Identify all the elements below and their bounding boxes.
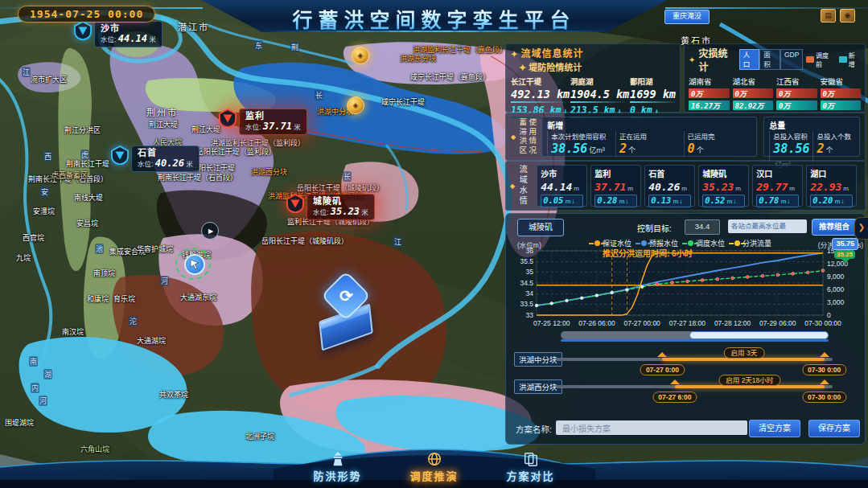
svg-text:07-27 00:00: 07-27 00:00 — [623, 319, 660, 327]
province-column: 安徽省 0万 0万 — [821, 76, 862, 113]
tab-plan-comparison[interactable]: 方案对比 — [496, 451, 566, 483]
station-card[interactable]: 沙市 44.14m 0.05 m↓ — [537, 165, 587, 207]
timeline-track[interactable]: 启用 2天18小时 07-27 6:00 07-30 0:00 — [556, 385, 833, 388]
storage-total-group: 总量 总投入容积 38.56亿m³ 总投入个数 2个 — [763, 117, 860, 157]
timeline-track[interactable]: 启用 3天 07-27 0:00 07-30 0:00 — [556, 358, 833, 361]
storage-new-group: 新增 本次计划使用容积 38.56亿m³ 正在运用 2个 已运用完 0个 — [541, 117, 757, 157]
timeline-label: 洪湖中分块 — [514, 352, 562, 367]
compare-icon — [522, 451, 540, 467]
tab-flood-situation[interactable]: 防洪形势 — [303, 451, 372, 483]
station-card[interactable]: 湖口 22.93m 0.20 m↓ — [806, 165, 857, 207]
basin-panel-title: ✦流域信息统计 — [511, 46, 675, 59]
station-card[interactable]: 石首 40.26m 0.13 m↓ — [644, 165, 695, 207]
river-char-label: 江 — [393, 236, 402, 247]
tab-dispatch-simulation[interactable]: 调度推演 — [400, 451, 469, 483]
duration-badge: 启用 3天 — [724, 347, 765, 359]
sluice-icon[interactable]: ◈ — [352, 47, 369, 64]
plan-name-label: 方案名称: — [516, 423, 552, 435]
added-bar: 16.27万 — [689, 100, 730, 110]
damage-tab[interactable]: GDP — [780, 49, 803, 70]
scrollbar-thumb[interactable] — [689, 331, 829, 339]
chongqing-flood-button[interactable]: 重庆淹没 — [664, 10, 710, 24]
map-label: 荆江分洪区 — [64, 125, 101, 135]
station-marker[interactable]: 石首 水位: 40.26 米 — [111, 146, 200, 172]
layers-icon[interactable]: ▤ — [821, 9, 836, 23]
station-marker[interactable]: 监利 水位: 37.71 米 — [219, 109, 307, 135]
mode-select[interactable]: 各站点最高水位最 — [728, 219, 807, 233]
water-level-icon — [286, 194, 304, 213]
start-time-badge: 07-27 6:00 — [652, 392, 697, 403]
svg-text:07-25 12:00: 07-25 12:00 — [533, 319, 570, 327]
timeline-start-handle[interactable] — [657, 352, 667, 357]
star-icon: ✦ — [689, 55, 695, 64]
before-bar: 0万 — [689, 88, 730, 98]
river-char-label: 湖 — [43, 369, 52, 379]
damage-tab[interactable]: 面积 — [759, 49, 780, 70]
plan-name-input[interactable] — [556, 420, 747, 435]
added-bar: 0万 — [821, 100, 862, 110]
timeline-label: 洪湖西分块 — [514, 379, 562, 394]
river-char-label: 东 — [254, 40, 263, 51]
svg-text:07-27 18:00: 07-27 18:00 — [669, 319, 706, 327]
damage-tab[interactable]: 人口 — [739, 49, 760, 70]
star-icon: ✦ — [511, 50, 518, 59]
map-label: 九垸 — [16, 252, 31, 263]
added-bar: 0万 — [776, 100, 817, 110]
cursor-icon — [175, 248, 211, 280]
map-label: 大通湖东垸 — [180, 292, 216, 302]
left-axis-caption: (水位m) — [517, 240, 541, 249]
clear-plan-button[interactable]: 清空方案 — [749, 420, 800, 437]
map-label: 洪湖西分块 — [251, 166, 287, 177]
damage-stats-panel: ✦ 灾损统计 人口面积GDP 调度前 新增 湖南省 0万 16.27万 湖北省 … — [684, 43, 866, 113]
start-time-badge: 07-27 0:00 — [640, 364, 685, 375]
before-bar: 0万 — [776, 88, 817, 98]
recommend-button[interactable]: 推荐组合 — [812, 219, 857, 236]
chart-scrollbar[interactable] — [561, 331, 829, 339]
sluice-icon[interactable]: ◈ — [347, 96, 364, 114]
diamond-icon: ◆ — [510, 182, 515, 190]
before-bar: 0万 — [733, 88, 774, 98]
storage-timeline-row: 洪湖中分块 启用 3天 07-27 0:00 07-30 0:00 — [506, 347, 865, 375]
river-char-label: 河 — [39, 396, 47, 406]
river-char-label: 江 — [22, 67, 31, 77]
timeline-start-handle[interactable] — [670, 379, 680, 384]
play-icon[interactable]: ▶ — [201, 222, 219, 240]
map-label: 南汉垸 — [62, 326, 84, 337]
map-label: 西官垸 — [23, 232, 44, 243]
svg-text:0: 0 — [827, 311, 831, 319]
station-card[interactable]: 城陵矶 35.23m 0.52 m↓ — [698, 165, 749, 207]
river-char-label: 河 — [160, 276, 169, 286]
svg-text:9,000: 9,000 — [827, 273, 845, 281]
save-plan-button[interactable]: 保存方案 — [808, 420, 860, 437]
end-time-badge: 07-30 0:00 — [802, 392, 846, 403]
river-char-label: 内 — [31, 383, 39, 393]
down-arrow-icon: ↓ — [733, 198, 736, 205]
svg-text:34.5: 34.5 — [520, 279, 533, 287]
target-label: 控制目标: — [637, 222, 672, 234]
map-label: 北洲子垸 — [245, 431, 274, 441]
station-select[interactable]: 城陵矶 — [517, 219, 564, 236]
station-card[interactable]: 监利 37.71m 0.28 m↓ — [590, 165, 641, 207]
water-level-icon — [111, 146, 129, 165]
province-column: 湖南省 0万 16.27万 — [689, 76, 730, 113]
target-input[interactable]: 34.4 — [685, 219, 720, 235]
damage-title: 灾损统计 — [698, 46, 735, 73]
dispatch-control-panel: 城陵矶 控制目标: 34.4 各站点最高水位最 推荐组合 保证水位 预报水位 调… — [505, 213, 866, 445]
water-level-chart[interactable]: 推迟分洪运用时间: 6小时 (水位m) (分洪流量m³/s) 35.75 35.… — [508, 244, 865, 338]
station-marker[interactable]: 城陵矶 水位: 35.23 米 — [286, 194, 375, 220]
alert-icon[interactable]: ◉ — [840, 9, 855, 23]
panel-collapse-button[interactable]: ❯ — [854, 217, 868, 240]
timeline-end-handle[interactable] — [820, 379, 829, 384]
city-label: 荆州市 — [146, 105, 178, 118]
station-card[interactable]: 汉口 29.77m 0.78 m↓ — [752, 165, 803, 207]
legend-swatch — [806, 56, 814, 63]
timeline-end-handle[interactable] — [820, 352, 829, 357]
map-label: 洪湖东分块 — [400, 53, 436, 64]
down-arrow-icon: ↓ — [679, 198, 682, 205]
legend-item: 调度前 — [806, 51, 834, 68]
before-bar: 0万 — [821, 88, 862, 98]
svg-text:07-26 06:00: 07-26 06:00 — [578, 319, 615, 327]
river-char-label: 安 — [40, 187, 49, 197]
water-level-icon — [219, 109, 237, 128]
svg-text:33: 33 — [526, 311, 534, 319]
